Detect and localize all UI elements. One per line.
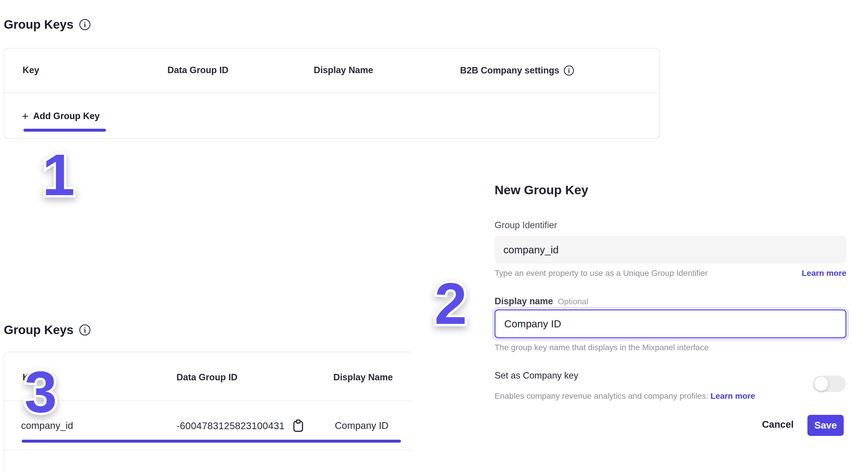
step3-highlight-underline xyxy=(22,440,401,443)
display-name-input[interactable]: Company ID xyxy=(495,310,846,338)
add-group-key-button[interactable]: + Add Group Key xyxy=(22,111,100,122)
column-header-display-name: Display Name xyxy=(333,372,393,383)
new-group-key-form: New Group Key Group Identifier company_i… xyxy=(495,0,846,471)
set-company-key-label: Set as Company key xyxy=(495,370,578,381)
learn-more-link[interactable]: Learn more xyxy=(802,269,847,278)
step1-highlight-underline xyxy=(23,129,106,132)
info-icon[interactable]: i xyxy=(79,19,91,31)
column-header-data-group-id: Data Group ID xyxy=(167,65,228,75)
column-header-key: Key xyxy=(23,65,39,75)
column-header-display-name: Display Name xyxy=(314,65,373,75)
row-display-name-cell: Company ID xyxy=(335,420,389,431)
company-key-helper-row: Enables company revenue analytics and co… xyxy=(495,391,755,401)
group-identifier-helper: Type an event property to use as a Uniqu… xyxy=(495,269,708,278)
page-title: Group Keys i xyxy=(4,323,91,337)
row-data-group-id-cell: -6004783125823100431 xyxy=(177,419,304,433)
page-title: Group Keys i xyxy=(4,18,91,32)
optional-label: Optional xyxy=(558,297,588,306)
display-name-label: Display name xyxy=(495,296,553,306)
toggle-knob xyxy=(814,377,828,391)
group-identifier-input[interactable]: company_id xyxy=(495,236,846,263)
company-key-toggle[interactable] xyxy=(813,376,846,392)
display-name-label-row: Display nameOptional xyxy=(495,296,588,307)
group-identifier-value: company_id xyxy=(503,244,559,256)
group-keys-title: Group Keys xyxy=(4,18,73,32)
group-keys-title: Group Keys xyxy=(4,323,73,337)
learn-more-link[interactable]: Learn more xyxy=(711,391,755,401)
copy-icon[interactable] xyxy=(292,419,304,433)
svg-text:i: i xyxy=(84,21,86,29)
form-title: New Group Key xyxy=(495,183,588,197)
step-number-3: 3 xyxy=(13,363,68,421)
svg-text:i: i xyxy=(84,326,86,334)
row-separator xyxy=(4,450,412,450)
column-header-data-group-id: Data Group ID xyxy=(177,372,237,383)
display-name-helper: The group key name that displays in the … xyxy=(495,343,709,352)
step-number-2: 2 xyxy=(423,274,478,333)
plus-icon: + xyxy=(22,111,28,122)
save-button[interactable]: Save xyxy=(807,415,844,436)
info-icon[interactable]: i xyxy=(79,324,91,336)
step-number-1: 1 xyxy=(31,146,86,204)
display-name-value: Company ID xyxy=(504,318,561,330)
company-key-helper: Enables company revenue analytics and co… xyxy=(495,391,708,401)
cancel-button[interactable]: Cancel xyxy=(762,419,794,430)
group-identifier-label: Group Identifier xyxy=(495,220,557,230)
add-group-key-label: Add Group Key xyxy=(33,111,99,121)
